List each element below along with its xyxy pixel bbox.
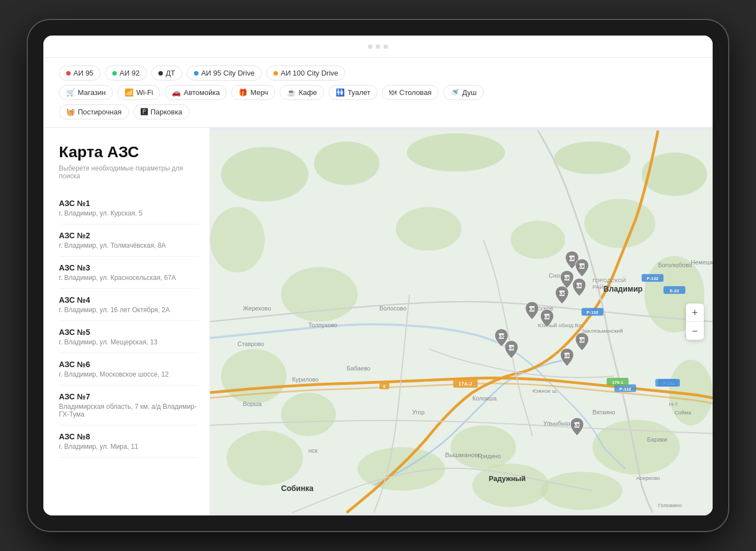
device-screen: АИ 95АИ 92ДТАИ 95 City DriveАИ 100 City … [43,36,713,515]
station-name-8: АЗС №8 [59,432,198,441]
station-item-5[interactable]: АЗС №5г. Владимир, ул. Мещерская, 13 [59,321,198,353]
svg-point-18 [584,199,655,248]
filter-chip-ai95city[interactable]: АИ 95 City Drive [187,66,262,81]
svg-text:Колокша: Колокша [472,395,497,402]
dot2 [376,44,380,49]
svg-point-9 [281,393,336,437]
filter-chip-dt[interactable]: ДТ [151,66,182,81]
filter-chip-ai100city[interactable]: АИ 100 City Drive [266,66,345,81]
chip-icon-laundry: 🧺 [66,108,75,116]
station-list: АЗС №1г. Владимир, ул. Курская, 5АЗС №2г… [59,192,198,504]
station-address-2: г. Владимир, ул. Толмачёвская, 8А [59,242,198,249]
chip-dot-ai95 [66,71,71,76]
chip-label-parking: Парковка [151,108,182,116]
station-item-8[interactable]: АЗС №8г. Владимир, ул. Мира, 11 [59,425,198,458]
svg-text:8: 8 [383,384,386,389]
filter-row-services: 🛒Магазин📶Wi-Fi🚗Автомойка🎁Мерч☕Кафе🚻Туале… [59,85,697,100]
zoom-in-button[interactable]: + [686,304,704,322]
station-address-1: г. Владимир, ул. Курская, 5 [59,209,198,217]
svg-text:Бабаево: Бабаево [347,365,371,372]
chip-label-toilet: Туалет [347,88,370,97]
svg-point-11 [357,447,445,491]
top-bar-dots [368,44,388,49]
station-item-6[interactable]: АЗС №6г. Владимир, Московское шоссе, 12 [59,353,198,385]
zoom-controls: + − [686,304,704,340]
svg-text:Боголюбово: Боголюбово [658,262,692,268]
chip-icon-toilet: 🚻 [336,88,345,97]
chip-label-cafe: Кафе [299,88,317,97]
svg-text:Головино: Головино [658,502,682,508]
svg-text:Собинка: Собинка [281,484,314,493]
svg-text:РАЙОН: РАЙОН [593,284,611,290]
svg-point-2 [314,142,380,186]
filter-row-fuel: АИ 95АИ 92ДТАИ 95 City DriveАИ 100 City … [59,66,697,81]
station-item-3[interactable]: АЗС №3г. Владимир, ул. Красносельская, 6… [59,257,198,289]
svg-text:Радужный: Радужный [489,474,525,483]
svg-text:Южное ш.: Южное ш. [533,388,558,394]
svg-text:Немешки: Немешки [691,259,713,266]
chip-icon-carwash: 🚗 [172,88,181,97]
filter-chip-wifi[interactable]: 📶Wi-Fi [117,85,160,100]
station-address-6: г. Владимир, Московское шоссе, 12 [59,370,198,378]
chip-dot-ai95city [194,71,198,76]
station-item-7[interactable]: АЗС №7Владимирская область, 7 км. а/д Вл… [59,385,198,425]
filter-chip-laundry[interactable]: 🧺Постирочная [59,104,129,119]
svg-text:Р-132: Р-132 [619,387,631,392]
svg-text:Сновицы: Сновицы [549,272,574,279]
station-name-2: АЗС №2 [59,231,198,240]
filter-chip-carwash[interactable]: 🚗Автомойка [165,85,227,100]
station-item-2[interactable]: АЗС №2г. Владимир, ул. Толмачёвская, 8А [59,224,198,257]
filter-chip-toilet[interactable]: 🚻Туалет [329,85,377,100]
svg-text:Н-7: Н-7 [669,401,678,407]
left-panel: Карта АЗС Выберете необходимые параметры… [43,128,210,515]
filter-chip-merch[interactable]: 🎁Мерч [231,85,275,100]
filter-chip-ai92[interactable]: АИ 92 [105,66,147,81]
svg-text:Ставрово: Ставрово [237,340,264,347]
station-address-3: г. Владимир, ул. Красносельская, 67А [59,274,198,282]
chip-label-shower: Душ [462,88,476,97]
chip-icon-canteen: 🍽 [389,88,396,97]
chip-label-wifi: Wi-Fi [136,88,153,97]
svg-point-17 [510,221,565,259]
svg-point-16 [396,207,461,251]
svg-text:Ворша: Ворша [243,400,262,407]
map-area[interactable]: 17А-J Е-22 Р-132 Р-132 8 Р-132 179-1 [210,128,713,515]
filter-chip-canteen[interactable]: 🍽Столовая [382,85,439,100]
chip-label-dt: ДТ [166,69,175,77]
svg-point-1 [221,147,309,202]
station-item-4[interactable]: АЗС №4г. Владимир, ул. 16 лет Октября, 2… [59,289,198,321]
filter-chip-ai95[interactable]: АИ 95 [59,66,101,81]
svg-text:Толпухово: Толпухово [309,322,337,328]
svg-text:Сойма: Сойма [674,409,692,415]
chip-label-merch: Мерч [250,88,268,97]
svg-text:179-1: 179-1 [612,380,624,385]
svg-text:Волосово: Волосово [380,305,407,312]
zoom-out-button[interactable]: − [686,322,704,340]
svg-text:Угор: Угор [412,409,425,415]
filter-chip-cafe[interactable]: ☕Кафе [280,85,324,100]
svg-text:Р-132: Р-132 [646,276,659,281]
svg-point-4 [554,142,631,174]
chip-dot-dt [158,71,163,76]
station-name-1: АЗС №1 [59,199,198,208]
device-frame: АИ 95АИ 92ДТАИ 95 City DriveАИ 100 City … [28,20,728,531]
svg-text:17А-J: 17А-J [459,381,472,387]
filter-chip-shop[interactable]: 🛒Магазин [59,85,113,100]
svg-point-13 [593,420,680,474]
station-name-7: АЗС №7 [59,392,198,401]
chip-icon-merch: 🎁 [238,88,247,97]
station-address-5: г. Владимир, ул. Мещерская, 13 [59,338,198,346]
filter-chip-shower[interactable]: 🚿Душ [443,85,484,100]
station-item-1[interactable]: АЗС №1г. Владимир, ул. Курская, 5 [59,192,198,224]
chip-dot-ai92 [112,71,117,76]
svg-text:Е-22: Е-22 [670,288,679,293]
filter-chip-parking[interactable]: 🅿Парковка [133,104,190,119]
svg-text:Бараки: Бараки [647,436,667,443]
svg-text:Гридино: Гридино [478,453,501,459]
svg-text:Южный обход Вл.: Южный обход Вл. [538,322,583,328]
svg-text:Вышманово: Вышманово [445,451,483,458]
svg-text:ГОРОДСКОЙ: ГОРОДСКОЙ [593,277,626,283]
main-content: Карта АЗС Выберете необходимые параметры… [43,128,713,515]
svg-text:Вяткино: Вяткино [593,409,615,415]
svg-point-3 [407,133,505,172]
